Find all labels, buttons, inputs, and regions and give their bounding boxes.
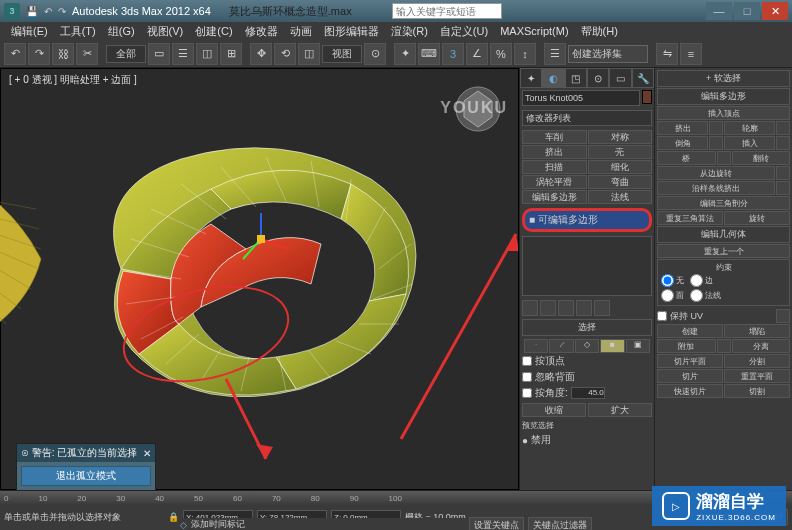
slice-plane-button[interactable]: 切片平面 <box>657 354 723 368</box>
ignore-backfacing-check[interactable] <box>522 372 532 382</box>
mod-bend[interactable]: 弯曲 <box>588 175 653 189</box>
tab-hierarchy[interactable]: ◳ <box>565 68 587 88</box>
menu-edit[interactable]: 编辑(E) <box>6 23 53 40</box>
rotate-button[interactable]: ⟲ <box>274 43 296 65</box>
remove-mod-icon[interactable] <box>576 300 592 316</box>
cut-button[interactable]: 切割 <box>724 384 790 398</box>
manipulate-button[interactable]: ✦ <box>394 43 416 65</box>
sub-border[interactable]: ◇ <box>575 339 599 353</box>
grow-button[interactable]: 扩大 <box>588 403 652 417</box>
viewport[interactable]: [ + 0 透视 ] 明暗处理 + 边面 ] <box>0 68 519 490</box>
help-search-input[interactable] <box>392 3 502 19</box>
mod-extrude[interactable]: 挤出 <box>522 145 587 159</box>
preserve-uv-settings[interactable] <box>776 309 790 323</box>
select-name-button[interactable]: ☰ <box>172 43 194 65</box>
mod-shell[interactable]: 壳 <box>588 145 653 159</box>
select-button[interactable]: ▭ <box>148 43 170 65</box>
bevel-settings[interactable] <box>709 136 723 150</box>
tab-utilities[interactable]: 🔧 <box>632 68 654 88</box>
sub-vertex[interactable]: · <box>524 339 548 353</box>
sub-edge[interactable]: ⟋ <box>549 339 573 353</box>
configure-icon[interactable] <box>594 300 610 316</box>
percent-snap[interactable]: % <box>490 43 512 65</box>
repeat-last-button[interactable]: 重复上一个 <box>657 244 790 258</box>
set-key-button[interactable]: 设置关键点 <box>469 517 524 531</box>
by-angle-check[interactable] <box>522 388 532 398</box>
pin-stack-icon[interactable] <box>522 300 538 316</box>
menu-graph[interactable]: 图形编辑器 <box>319 23 384 40</box>
rotate-button2[interactable]: 旋转 <box>724 211 790 225</box>
modifier-stack-area[interactable] <box>522 236 652 296</box>
quick-access-redo[interactable]: ↷ <box>58 6 66 17</box>
sub-polygon[interactable]: ■ <box>600 339 624 353</box>
tab-create[interactable]: ✦ <box>520 68 542 88</box>
rollout-editgeo[interactable]: 编辑几何体 <box>657 226 790 243</box>
constraint-none[interactable] <box>661 274 674 287</box>
align-button[interactable]: ≡ <box>680 43 702 65</box>
retri-button[interactable]: 重复三角算法 <box>657 211 723 225</box>
by-angle-value[interactable]: 45.0 <box>571 387 605 399</box>
menu-render[interactable]: 渲染(R) <box>386 23 433 40</box>
unlink-button[interactable]: ✂ <box>76 43 98 65</box>
preserve-uv-check[interactable] <box>657 311 667 321</box>
mod-turbosmooth[interactable]: 涡轮平滑 <box>522 175 587 189</box>
rollout-editpoly[interactable]: 编辑多边形 <box>657 88 790 105</box>
mod-editpoly[interactable]: 编辑多边形 <box>522 190 587 204</box>
quickslice-button[interactable]: 快速切片 <box>657 384 723 398</box>
key-filter-button[interactable]: 关键点过滤器 <box>528 517 592 531</box>
hinge-edge-button[interactable]: 从边旋转 <box>657 166 775 180</box>
modifier-stack-item[interactable]: ■ 可编辑多边形 <box>522 208 652 232</box>
outline-settings[interactable] <box>776 121 790 135</box>
mirror-button[interactable]: ⇋ <box>656 43 678 65</box>
link-button[interactable]: ⛓ <box>52 43 74 65</box>
window-close[interactable]: ✕ <box>762 2 788 20</box>
mod-sweep[interactable]: 扫描 <box>522 160 587 174</box>
tab-modify[interactable]: ◐ <box>542 68 564 88</box>
rollout-softsel[interactable]: + 软选择 <box>657 70 790 87</box>
flip-button[interactable]: 翻转 <box>732 151 791 165</box>
quick-access-save[interactable]: 💾 <box>26 6 38 17</box>
split-button[interactable]: 分割 <box>724 354 790 368</box>
unique-icon[interactable] <box>558 300 574 316</box>
detach-button[interactable]: 分离 <box>732 339 791 353</box>
extrude-button[interactable]: 挤出 <box>657 121 708 135</box>
redo-button[interactable]: ↷ <box>28 43 50 65</box>
shrink-button[interactable]: 收缩 <box>522 403 586 417</box>
bevel-button[interactable]: 倒角 <box>657 136 708 150</box>
spline-settings[interactable] <box>776 181 790 195</box>
menu-help[interactable]: 帮助(H) <box>576 23 623 40</box>
snap-toggle[interactable]: 3 <box>442 43 464 65</box>
angle-snap[interactable]: ∠ <box>466 43 488 65</box>
constraint-edge[interactable] <box>690 274 703 287</box>
menu-group[interactable]: 组(G) <box>103 23 140 40</box>
menu-modifiers[interactable]: 修改器 <box>240 23 283 40</box>
show-end-icon[interactable] <box>540 300 556 316</box>
spinner-snap[interactable]: ↕ <box>514 43 536 65</box>
slice-button[interactable]: 切片 <box>657 369 723 383</box>
outline-button[interactable]: 轮廓 <box>724 121 775 135</box>
named-sets-button[interactable]: ☰ <box>544 43 566 65</box>
hinge-settings[interactable] <box>776 166 790 180</box>
sub-element[interactable]: ▣ <box>626 339 650 353</box>
bridge-button[interactable]: 桥 <box>657 151 716 165</box>
torus-knot-mesh[interactable] <box>61 129 441 409</box>
select-region-button[interactable]: ◫ <box>196 43 218 65</box>
undo-button[interactable]: ↶ <box>4 43 26 65</box>
mod-lathe[interactable]: 车削 <box>522 130 587 144</box>
window-maximize[interactable]: □ <box>734 2 760 20</box>
pivot-button[interactable]: ⊙ <box>364 43 386 65</box>
insert-vertex-button[interactable]: 插入顶点 <box>657 106 790 120</box>
menu-animation[interactable]: 动画 <box>285 23 317 40</box>
menu-create[interactable]: 创建(C) <box>190 23 237 40</box>
menu-customize[interactable]: 自定义(U) <box>435 23 493 40</box>
constraint-normal[interactable] <box>690 289 703 302</box>
extrude-spline-button[interactable]: 沿样条线挤出 <box>657 181 775 195</box>
attach-settings[interactable] <box>717 339 731 353</box>
object-color-swatch[interactable] <box>642 90 652 104</box>
by-vertex-check[interactable] <box>522 356 532 366</box>
quick-access-undo[interactable]: ↶ <box>44 6 52 17</box>
rollout-selection[interactable]: 选择 <box>522 319 652 336</box>
scale-button[interactable]: ◫ <box>298 43 320 65</box>
create-button[interactable]: 创建 <box>657 324 723 338</box>
constraint-face[interactable] <box>661 289 674 302</box>
